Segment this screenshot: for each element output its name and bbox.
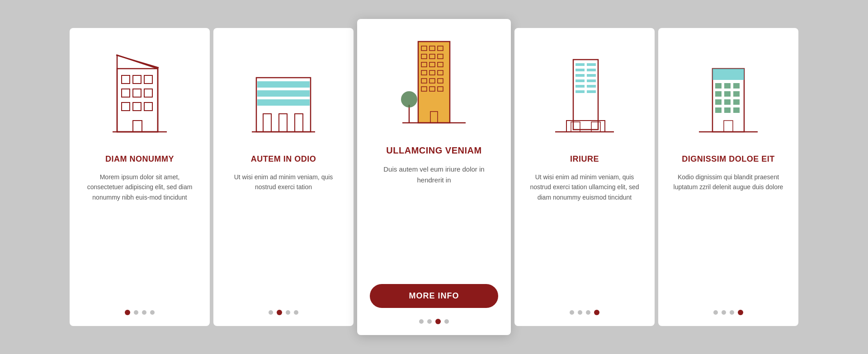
svg-rect-20 <box>295 114 303 132</box>
building-icon-4 <box>527 42 642 141</box>
dot <box>125 310 130 315</box>
svg-rect-64 <box>712 69 744 80</box>
dot <box>578 310 582 315</box>
svg-rect-75 <box>724 107 731 113</box>
card-1-dots <box>125 310 155 315</box>
svg-rect-50 <box>587 69 596 71</box>
dot <box>722 310 726 315</box>
svg-rect-49 <box>576 69 585 71</box>
card-2: AUTEM IN ODIO Ut wisi enim ad minim veni… <box>213 28 354 326</box>
svg-rect-61 <box>591 122 600 132</box>
card-3-body: Duis autem vel eum iriure dolor in hendr… <box>370 164 498 274</box>
svg-rect-54 <box>587 79 596 82</box>
svg-rect-16 <box>257 90 310 97</box>
svg-rect-48 <box>587 63 596 66</box>
svg-rect-22 <box>418 42 450 123</box>
card-3: ULLAMCING VENIAM Duis autem vel eum iriu… <box>357 19 511 335</box>
svg-rect-18 <box>263 114 271 132</box>
card-4: IRIURE Ut wisi enim ad minim veniam, qui… <box>514 28 655 326</box>
card-3-title: ULLAMCING VENIAM <box>386 145 481 156</box>
svg-rect-47 <box>576 63 585 66</box>
svg-rect-7 <box>144 89 152 97</box>
svg-rect-57 <box>576 90 585 93</box>
svg-rect-15 <box>257 81 310 88</box>
svg-rect-76 <box>733 107 740 113</box>
svg-rect-1 <box>117 69 158 132</box>
svg-rect-4 <box>144 75 152 84</box>
svg-rect-6 <box>133 89 141 97</box>
svg-rect-58 <box>587 90 596 93</box>
dot <box>269 310 273 315</box>
card-2-dots <box>269 310 298 315</box>
dot <box>150 310 155 315</box>
dot <box>570 310 574 315</box>
dot <box>294 310 298 315</box>
card-1-title: DIAM NONUMMY <box>105 154 174 164</box>
building-icon-5 <box>671 42 786 141</box>
dot <box>594 310 599 315</box>
card-5-dots <box>713 310 743 315</box>
svg-rect-72 <box>724 99 731 105</box>
svg-rect-9 <box>133 102 141 111</box>
dot <box>134 310 138 315</box>
svg-rect-51 <box>576 74 585 77</box>
card-4-body: Ut wisi enim ad minim veniam, quis nostr… <box>527 172 642 299</box>
svg-rect-71 <box>715 99 722 105</box>
card-2-body: Ut wisi enim ad minim veniam, quis nostr… <box>226 172 341 299</box>
cards-container: DIAM NONUMMY Morem ipsum dolor sit amet,… <box>42 1 826 353</box>
svg-rect-5 <box>122 89 130 97</box>
building-icon-1 <box>82 42 197 141</box>
svg-rect-74 <box>715 107 722 113</box>
svg-rect-73 <box>733 99 740 105</box>
svg-rect-53 <box>576 79 585 82</box>
svg-rect-17 <box>257 99 310 106</box>
svg-rect-52 <box>587 74 596 77</box>
dot <box>286 310 290 315</box>
card-1: DIAM NONUMMY Morem ipsum dolor sit amet,… <box>70 28 210 326</box>
dot <box>730 310 734 315</box>
svg-rect-70 <box>733 91 740 97</box>
svg-rect-11 <box>133 121 142 132</box>
dot <box>277 310 282 315</box>
card-5: DIGNISSIM DOLOE EIT Kodio dignissim qui … <box>658 28 798 326</box>
svg-rect-77 <box>724 121 733 132</box>
svg-rect-56 <box>587 85 596 88</box>
card-2-title: AUTEM IN ODIO <box>251 154 316 164</box>
card-4-dots <box>570 310 599 315</box>
svg-point-44 <box>401 91 417 107</box>
dot <box>427 319 432 324</box>
dot <box>586 310 590 315</box>
svg-rect-68 <box>715 91 722 97</box>
card-5-body: Kodio dignissim qui blandit praesent lup… <box>671 172 786 299</box>
svg-rect-3 <box>133 75 141 84</box>
building-icon-3 <box>370 33 498 132</box>
dot <box>419 319 424 324</box>
svg-rect-8 <box>122 102 130 111</box>
dot <box>713 310 718 315</box>
card-3-dots <box>419 319 449 324</box>
dot <box>142 310 146 315</box>
card-5-title: DIGNISSIM DOLOE EIT <box>682 154 775 164</box>
svg-rect-65 <box>715 83 722 88</box>
svg-rect-2 <box>122 75 130 84</box>
svg-rect-10 <box>144 102 152 111</box>
dot <box>738 310 743 315</box>
svg-rect-19 <box>279 114 287 132</box>
svg-rect-69 <box>724 91 731 97</box>
card-4-title: IRIURE <box>570 154 599 164</box>
dot <box>435 319 441 324</box>
building-icon-2 <box>226 42 341 141</box>
svg-rect-66 <box>724 83 731 88</box>
card-1-body: Morem ipsum dolor sit amet, consectetuer… <box>82 172 197 299</box>
svg-line-13 <box>116 55 159 68</box>
dot <box>444 319 449 324</box>
svg-rect-60 <box>571 122 580 132</box>
svg-rect-55 <box>576 85 585 88</box>
more-info-button[interactable]: MORE INFO <box>370 284 498 308</box>
svg-rect-67 <box>733 83 740 88</box>
